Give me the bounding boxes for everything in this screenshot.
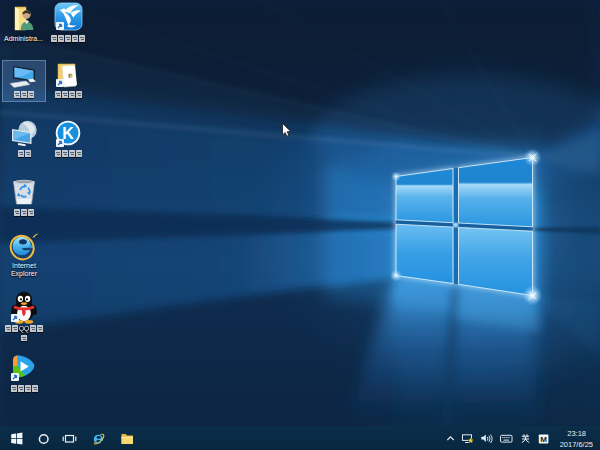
svg-text:M: M bbox=[540, 435, 547, 444]
svg-text:2017/6/25: 2017/6/25 bbox=[560, 440, 593, 449]
svg-text:23:18: 23:18 bbox=[567, 429, 586, 438]
svg-text:K: K bbox=[62, 125, 74, 142]
